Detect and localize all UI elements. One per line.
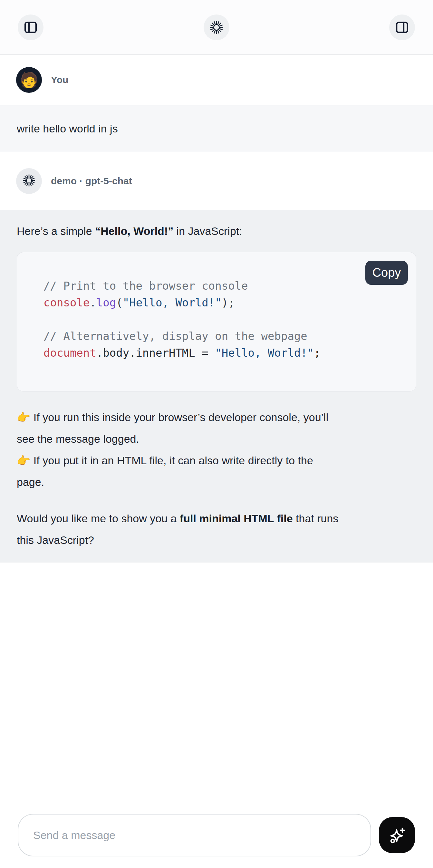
- panel-right-icon: [395, 20, 409, 35]
- panel-left-icon: [23, 20, 38, 35]
- user-message: write hello world in js: [0, 105, 433, 152]
- user-author-row: 🧑 You: [0, 55, 433, 105]
- send-button[interactable]: [379, 817, 415, 853]
- chat-app-window: 🧑 You write hello world in js: [0, 0, 433, 868]
- assistant-avatar: [16, 168, 42, 194]
- empty-chat-area: [0, 563, 433, 806]
- assistant-tips-paragraph: 👉 If you run this inside your browser’s …: [17, 407, 416, 493]
- assistant-message: Here’s a simple “Hello, World!” in JavaS…: [0, 210, 433, 563]
- model-logo-button[interactable]: [204, 14, 229, 40]
- top-bar: [0, 0, 433, 55]
- copy-button[interactable]: Copy: [365, 261, 408, 285]
- assistant-intro-paragraph: Here’s a simple “Hello, World!” in JavaS…: [17, 220, 416, 242]
- right-panel-toggle-button[interactable]: [389, 14, 415, 40]
- message-input[interactable]: [18, 814, 371, 857]
- code-block: Copy // Print to the browser console con…: [17, 252, 416, 392]
- assistant-question-paragraph: Would you like me to show you a full min…: [17, 508, 416, 551]
- starburst-icon: [22, 174, 36, 188]
- starburst-icon: [209, 20, 224, 35]
- user-message-text: write hello world in js: [17, 122, 118, 135]
- composer-bar: [0, 806, 433, 868]
- sidebar-toggle-button[interactable]: [18, 14, 43, 40]
- user-author-label: You: [51, 74, 68, 85]
- user-avatar: 🧑: [16, 67, 42, 93]
- sparkle-icon: [386, 825, 407, 846]
- user-avatar-emoji: 🧑: [20, 72, 38, 87]
- code-content: // Print to the browser console console.…: [17, 252, 416, 391]
- assistant-author-label: demo · gpt-5-chat: [51, 176, 132, 187]
- assistant-author-row: demo · gpt-5-chat: [0, 152, 433, 210]
